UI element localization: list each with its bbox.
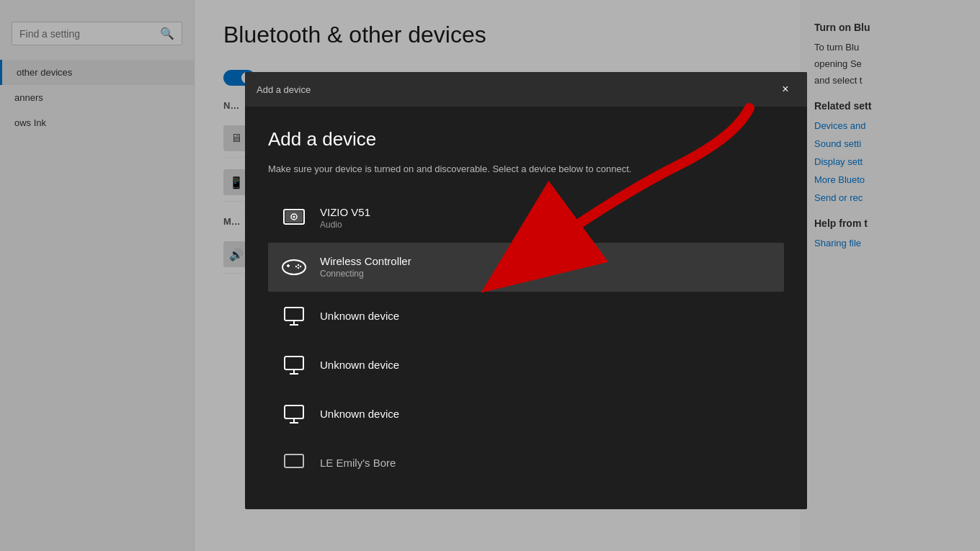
unknown1-name: Unknown device [320, 310, 772, 322]
svg-point-10 [295, 265, 297, 266]
vizio-name: VIZIO V51 [320, 206, 772, 218]
svg-rect-12 [285, 308, 303, 321]
vizio-info: VIZIO V51 Audio [320, 206, 772, 230]
controller-status: Connecting [320, 269, 772, 279]
svg-point-11 [298, 266, 299, 268]
device-item-vizio[interactable]: VIZIO V51 Audio [268, 194, 784, 243]
device-item-unknown-3[interactable]: Unknown device [268, 390, 784, 439]
svg-rect-24 [285, 454, 303, 467]
svg-point-5 [282, 260, 306, 274]
svg-rect-20 [285, 406, 303, 418]
device-icon-unknown-2 [280, 351, 308, 380]
svg-point-3 [293, 215, 295, 218]
device-item-controller[interactable]: Wireless Controller Connecting [268, 243, 784, 292]
emily-info: LE Emily's Bore [320, 457, 772, 469]
modal-close-button[interactable]: × [775, 79, 796, 99]
device-icon-controller [280, 253, 308, 282]
device-list: VIZIO V51 Audio [268, 194, 784, 488]
device-item-emily[interactable]: LE Emily's Bore [268, 439, 784, 488]
modal-title: Add a device [257, 84, 311, 95]
device-icon-unknown-3 [280, 400, 308, 429]
device-icon-unknown-1 [280, 302, 308, 331]
unknown3-name: Unknown device [320, 408, 772, 420]
add-device-modal: Add a device × Add a device Make sure yo… [245, 72, 807, 509]
unknown2-info: Unknown device [320, 359, 772, 371]
emily-name: LE Emily's Bore [320, 457, 772, 469]
device-item-unknown-1[interactable]: Unknown device [268, 292, 784, 341]
modal-titlebar: Add a device × [245, 72, 807, 107]
modal-body: Add a device Make sure your device is tu… [245, 107, 807, 509]
device-icon-emily [280, 449, 308, 478]
unknown1-info: Unknown device [320, 310, 772, 322]
unknown2-name: Unknown device [320, 359, 772, 371]
controller-name: Wireless Controller [320, 255, 772, 267]
unknown3-info: Unknown device [320, 408, 772, 420]
controller-info: Wireless Controller Connecting [320, 255, 772, 279]
svg-point-8 [298, 264, 299, 265]
svg-point-9 [300, 265, 301, 266]
modal-heading: Add a device [268, 128, 784, 151]
vizio-status: Audio [320, 220, 772, 230]
modal-description: Make sure your device is turned on and d… [268, 162, 686, 176]
svg-rect-16 [285, 357, 303, 369]
device-item-unknown-2[interactable]: Unknown device [268, 341, 784, 390]
svg-rect-7 [288, 264, 289, 267]
device-icon-vizio [280, 204, 308, 233]
